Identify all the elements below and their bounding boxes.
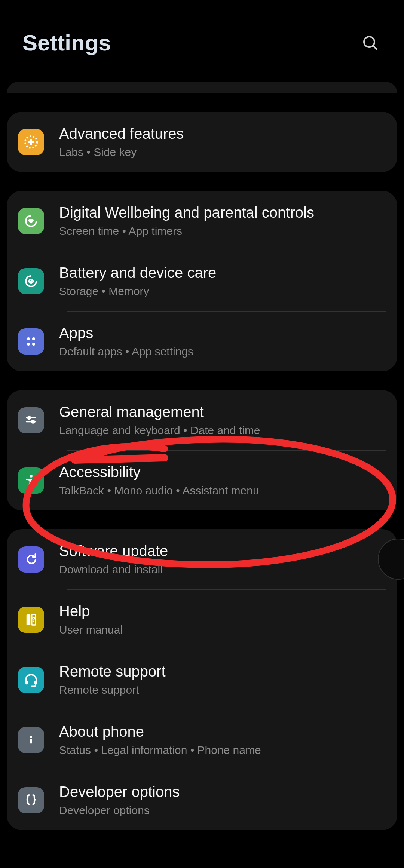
svg-point-12 — [28, 416, 30, 419]
svg-point-10 — [32, 342, 35, 345]
row-title: Software update — [59, 542, 386, 560]
row-subtitle: Default apps • App settings — [59, 344, 386, 359]
info-icon — [18, 727, 44, 753]
svg-rect-19 — [25, 680, 28, 684]
svg-text:?: ? — [32, 616, 36, 623]
svg-point-7 — [27, 337, 30, 340]
svg-point-9 — [27, 342, 30, 345]
row-subtitle: Status • Legal information • Phone name — [59, 743, 386, 757]
row-software-update[interactable]: Software update Download and install — [7, 529, 397, 589]
row-title: Digital Wellbeing and parental controls — [59, 203, 386, 221]
svg-line-1 — [373, 46, 377, 50]
accessibility-icon — [18, 467, 44, 494]
headset-icon — [18, 667, 44, 693]
row-subtitle: Developer options — [59, 803, 386, 818]
svg-point-0 — [364, 37, 374, 47]
svg-point-14 — [32, 420, 34, 423]
svg-point-15 — [30, 475, 33, 478]
row-subtitle: Labs • Side key — [59, 145, 386, 159]
row-apps[interactable]: Apps Default apps • App settings — [7, 311, 397, 371]
row-title: General management — [59, 403, 386, 421]
apps-icon — [18, 328, 44, 355]
row-subtitle: Screen time • App timers — [59, 224, 386, 238]
svg-rect-16 — [27, 614, 31, 625]
row-title: Battery and device care — [59, 264, 386, 282]
page-title: Settings — [22, 30, 111, 56]
help-book-icon: ? — [18, 607, 44, 633]
row-title: Apps — [59, 324, 386, 342]
settings-group: Advanced features Labs • Side key — [7, 112, 397, 172]
row-title: Help — [59, 602, 386, 620]
sliders-icon — [18, 407, 44, 433]
row-subtitle: Remote support — [59, 683, 386, 697]
search-button[interactable] — [359, 32, 382, 54]
settings-header: Settings — [0, 0, 404, 74]
row-subtitle: User manual — [59, 622, 386, 637]
previous-group-peek — [7, 82, 397, 93]
row-developer-options[interactable]: Developer options Developer options — [7, 770, 397, 830]
row-title: Advanced features — [59, 125, 386, 142]
braces-icon — [18, 787, 44, 813]
row-title: Remote support — [59, 662, 386, 680]
plus-cog-icon — [18, 129, 44, 155]
search-icon — [361, 34, 379, 52]
row-title: Accessibility — [59, 463, 386, 481]
row-accessibility[interactable]: Accessibility TalkBack • Mono audio • As… — [7, 450, 397, 510]
svg-rect-24 — [30, 739, 32, 743]
row-remote-support[interactable]: Remote support Remote support — [7, 650, 397, 710]
settings-group: Digital Wellbeing and parental controls … — [7, 191, 397, 371]
row-subtitle: Language and keyboard • Date and time — [59, 423, 386, 438]
device-care-icon — [18, 268, 44, 294]
update-icon — [18, 546, 44, 573]
row-title: Developer options — [59, 783, 386, 801]
svg-rect-4 — [28, 141, 34, 143]
row-about-phone[interactable]: About phone Status • Legal information •… — [7, 710, 397, 770]
svg-point-8 — [32, 337, 35, 340]
row-advanced-features[interactable]: Advanced features Labs • Side key — [7, 112, 397, 172]
row-subtitle: Download and install — [59, 562, 386, 577]
row-subtitle: Storage • Memory — [59, 284, 386, 298]
row-digital-wellbeing[interactable]: Digital Wellbeing and parental controls … — [7, 191, 397, 251]
row-title: About phone — [59, 723, 386, 740]
row-help[interactable]: ? Help User manual — [7, 589, 397, 650]
svg-point-23 — [30, 736, 32, 738]
settings-group: Software update Download and install ? H… — [7, 529, 397, 830]
settings-group: General management Language and keyboard… — [7, 390, 397, 510]
wellbeing-icon — [18, 208, 44, 234]
row-subtitle: TalkBack • Mono audio • Assistant menu — [59, 483, 386, 498]
row-battery-device-care[interactable]: Battery and device care Storage • Memory — [7, 251, 397, 311]
row-general-management[interactable]: General management Language and keyboard… — [7, 390, 397, 450]
